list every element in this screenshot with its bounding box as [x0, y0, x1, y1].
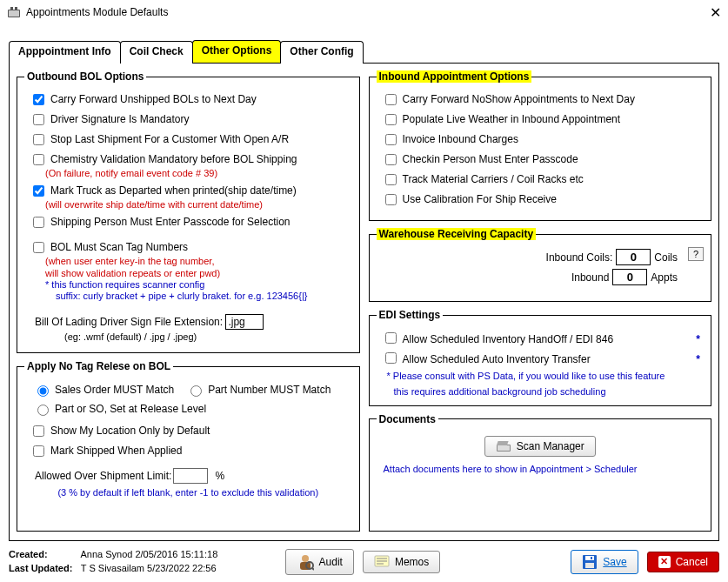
- note-chem-valid: (On failure, notify email event code # 3…: [45, 168, 352, 179]
- tab-appointment-info[interactable]: Apppointment Info: [9, 41, 121, 64]
- chk-edi-handoff[interactable]: [385, 332, 397, 344]
- radio-part-or-so[interactable]: [37, 405, 49, 416]
- tab-coil-check[interactable]: Coil Check: [120, 41, 193, 64]
- memos-label: Memos: [395, 556, 429, 568]
- chk-live-weather[interactable]: [385, 114, 397, 125]
- created-label: Created:: [9, 548, 78, 561]
- svg-rect-17: [585, 563, 594, 568]
- titlebar: Appointments Module Defaults ✕: [0, 0, 728, 24]
- svg-rect-16: [585, 556, 594, 560]
- window-icon: [7, 6, 21, 18]
- close-icon[interactable]: ✕: [710, 4, 721, 21]
- created-value: Anna Synod 2/05/2016 15:11:18: [80, 549, 217, 559]
- lbl-carry-noshow: Carry Forward NoShow Appointments to Nex…: [403, 93, 635, 105]
- svg-rect-18: [591, 557, 592, 559]
- chk-calibration[interactable]: [385, 194, 397, 205]
- note-mark-truck: (will overwrite ship date/time with curr…: [45, 199, 352, 211]
- outbound-bol-fieldset: Outbound BOL Options Carry Forward Unshi…: [17, 70, 360, 353]
- window-title: Appointments Module Defaults: [26, 6, 168, 18]
- lbl-checkin-passcode: Checkin Person Must Enter Passcode: [403, 153, 578, 165]
- lbl-fileext: Bill Of Lading Driver Sign File Extensio…: [35, 316, 223, 328]
- save-button[interactable]: Save: [571, 550, 638, 574]
- tab-row: Apppointment Info Coil Check Other Optio…: [9, 40, 719, 63]
- lbl-track-racks: Track Material Carriers / Coil Racks etc: [403, 173, 584, 185]
- input-fileext[interactable]: [225, 314, 264, 330]
- save-label: Save: [603, 556, 626, 568]
- svg-rect-3: [15, 7, 17, 10]
- lbl-ship-passcode: Shipping Person Must Enter Passcode for …: [50, 216, 290, 228]
- help-button[interactable]: ?: [688, 247, 704, 261]
- input-over-ship-limit[interactable]: [173, 468, 208, 484]
- tab-panel: Outbound BOL Options Carry Forward Unshi…: [9, 63, 719, 541]
- documents-note: Attach documents here to show in Appoint…: [384, 464, 705, 474]
- capacity-legend: Warehouse Receiving Capacity: [377, 228, 537, 240]
- lbl-over-ship-unit: %: [215, 470, 224, 482]
- chk-stop-last-shipment[interactable]: [33, 134, 44, 145]
- lbl-mark-shipped: Mark Shipped When Applied: [50, 445, 182, 457]
- chk-chem-valid[interactable]: [33, 154, 44, 165]
- scanner-icon: [496, 440, 511, 452]
- chk-scan-tag[interactable]: [33, 242, 44, 253]
- lbl-live-weather: Populate Live Weather in Inbound Appoint…: [403, 113, 621, 125]
- svg-line-10: [312, 568, 314, 570]
- chk-carry-forward-bol[interactable]: [33, 94, 44, 105]
- inbound-appt-legend: Inbound Appointment Options: [377, 70, 532, 83]
- star-icon: *: [696, 333, 700, 345]
- chk-mark-shipped[interactable]: [33, 445, 44, 457]
- svg-rect-1: [9, 10, 19, 17]
- svg-rect-2: [10, 7, 13, 10]
- note-scan-tag-4: suffix: curly bracket + pipe + clurly br…: [56, 291, 352, 302]
- chk-edi-autotrans[interactable]: [385, 352, 397, 364]
- cancel-label: Cancel: [676, 556, 708, 568]
- lbl-stop-last-shipment: Stop Last Shipment For a Customer With O…: [50, 133, 289, 145]
- edi-note-1: * Please consult with PS Data, if you wo…: [387, 370, 705, 382]
- audit-icon: [297, 553, 314, 571]
- updated-value: T S Sivasailam 5/23/2022 22:56: [81, 563, 217, 573]
- lbl-part-or-so: Part or SO, Set at Release Level: [55, 403, 206, 415]
- memo-icon: [374, 555, 390, 569]
- eg-fileext: (eg: .wmf (default) / .jpg / .jpeg): [64, 331, 352, 342]
- lbl-over-ship-limit: Allowed Over Shipment Limit:: [35, 470, 171, 482]
- radio-so-must-match[interactable]: [37, 385, 49, 397]
- inbound-appt-fieldset: Inbound Appointment Options Carry Forwar…: [369, 70, 712, 221]
- lbl-show-my-location: Show My Location Only by Default: [50, 425, 210, 437]
- lbl-edi-autotrans: Allow Scheduled Auto Inventory Transfer: [403, 353, 591, 365]
- scan-manager-label: Scan Manager: [517, 440, 584, 452]
- memos-button[interactable]: Memos: [363, 551, 440, 573]
- lbl-mark-truck: Mark Truck as Departed when printed(ship…: [50, 184, 297, 197]
- scan-manager-button[interactable]: Scan Manager: [484, 436, 596, 457]
- lbl-edi-handoff: Allow Scheduled Inventory HandOff / EDI …: [403, 333, 614, 345]
- note-over-ship: (3 % by default if left blank, enter -1 …: [24, 487, 352, 498]
- chk-invoice-inbound[interactable]: [385, 134, 397, 145]
- audit-button[interactable]: Audit: [285, 549, 354, 575]
- edi-note-2: this requires additional background job …: [394, 385, 705, 398]
- footer-meta: Created: Anna Synod 2/05/2016 15:11:18 L…: [9, 548, 217, 575]
- chk-driver-sig[interactable]: [33, 114, 44, 125]
- chk-checkin-passcode[interactable]: [385, 154, 397, 165]
- save-icon: [582, 554, 598, 570]
- svg-rect-5: [498, 445, 510, 451]
- val-inbound-appts[interactable]: 0: [612, 269, 647, 285]
- lbl-calibration: Use Calibration For Ship Receive: [403, 193, 557, 205]
- chk-carry-noshow[interactable]: [385, 94, 397, 105]
- chk-track-racks[interactable]: [385, 174, 397, 185]
- outbound-legend: Outbound BOL Options: [24, 70, 146, 83]
- val-inbound-coils[interactable]: 0: [616, 249, 651, 265]
- cancel-button[interactable]: ✕ Cancel: [647, 552, 719, 572]
- lbl-so-must-match: Sales Order MUST Match: [55, 384, 174, 396]
- audit-label: Audit: [319, 556, 343, 568]
- note-scan-tag-3: * this function requires scanner config: [45, 279, 352, 291]
- chk-ship-passcode[interactable]: [33, 217, 44, 228]
- svg-rect-6: [497, 441, 509, 445]
- lbl-part-must-match: Part Number MUST Match: [208, 384, 331, 396]
- chk-mark-truck[interactable]: [33, 185, 44, 197]
- lbl-carry-forward-bol: Carry Forward Unshipped BOLs to Next Day: [50, 93, 257, 105]
- svg-point-7: [302, 555, 309, 562]
- radio-part-must-match[interactable]: [190, 385, 202, 397]
- tab-other-options[interactable]: Other Options: [192, 40, 282, 63]
- documents-legend: Documents: [377, 413, 438, 425]
- no-tag-fieldset: Apply No Tag Relese on BOL Sales Order M…: [17, 360, 360, 532]
- tab-other-config[interactable]: Other Config: [280, 41, 363, 64]
- cancel-icon: ✕: [658, 556, 671, 568]
- chk-show-my-location[interactable]: [33, 425, 44, 437]
